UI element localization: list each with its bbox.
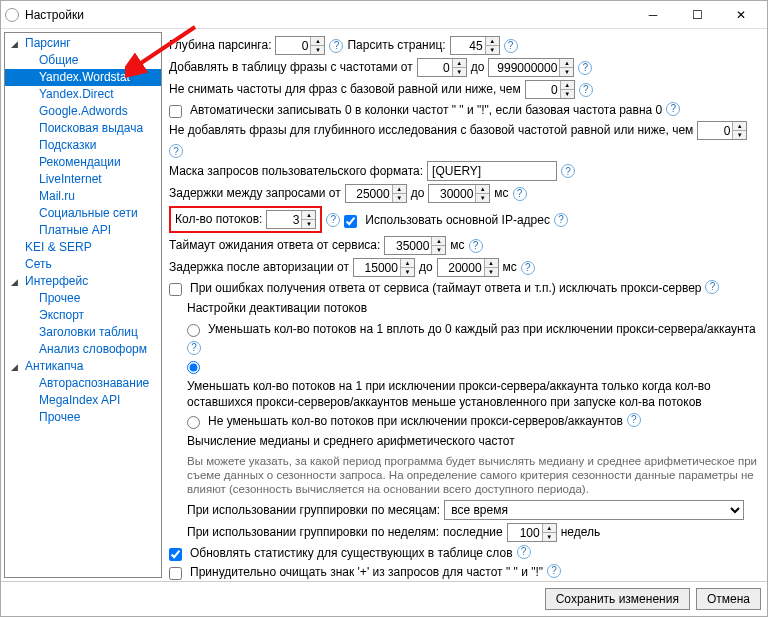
tree-item-label: Подсказки: [39, 138, 97, 152]
tree-item[interactable]: Сеть: [5, 256, 161, 273]
tree-item-label: MegaIndex API: [39, 393, 120, 407]
help-icon[interactable]: ?: [513, 187, 527, 201]
depth-input[interactable]: ▲▼: [275, 36, 325, 55]
after-auth-label: Задержка после авторизации от: [169, 258, 349, 277]
maximize-button[interactable]: ☐: [675, 1, 719, 29]
help-icon[interactable]: ?: [627, 413, 641, 427]
help-icon[interactable]: ?: [521, 261, 535, 275]
use-main-ip-checkbox[interactable]: [344, 215, 357, 228]
deact-radio-3[interactable]: [187, 416, 200, 429]
parse-pages-input[interactable]: ▲▼: [450, 36, 500, 55]
save-button[interactable]: Сохранить изменения: [545, 588, 690, 610]
settings-panel: Глубина парсинга: ▲▼ ? Парсить страниц: …: [165, 29, 767, 581]
median-hint: Вы можете указать, за какой период прогр…: [187, 454, 761, 496]
tree-item-label: Mail.ru: [39, 189, 75, 203]
tree-item-label: Анализ словоформ: [39, 342, 147, 356]
median-header: Вычисление медианы и среднего арифметиче…: [187, 432, 515, 451]
tree-item[interactable]: Социальные сети: [5, 205, 161, 222]
caret-icon: ◢: [11, 275, 18, 290]
cancel-button[interactable]: Отмена: [696, 588, 761, 610]
tree-item[interactable]: ◢Парсинг: [5, 35, 161, 52]
help-icon[interactable]: ?: [554, 213, 568, 227]
nav-tree[interactable]: ◢ПарсингОбщиеYandex.WordstatYandex.Direc…: [4, 32, 162, 578]
auto-zero-checkbox[interactable]: [169, 105, 182, 118]
delay-to-input[interactable]: ▲▼: [428, 184, 490, 203]
deact-radio-1[interactable]: [187, 324, 200, 337]
tree-item[interactable]: Подсказки: [5, 137, 161, 154]
app-icon: [5, 8, 19, 22]
tree-item[interactable]: Рекомендации: [5, 154, 161, 171]
tree-item[interactable]: Общие: [5, 52, 161, 69]
tree-item[interactable]: Поисковая выдача: [5, 120, 161, 137]
tree-item[interactable]: ◢Интерфейс: [5, 273, 161, 290]
tree-item-label: Интерфейс: [25, 274, 88, 288]
tree-item[interactable]: Yandex.Direct: [5, 86, 161, 103]
close-button[interactable]: ✕: [719, 1, 763, 29]
tree-item-label: Сеть: [25, 257, 52, 271]
tree-item-label: Поисковая выдача: [39, 121, 143, 135]
help-icon[interactable]: ?: [578, 61, 592, 75]
add-freq-to-input[interactable]: ▲▼: [488, 58, 574, 77]
deact-radio-2[interactable]: [187, 361, 200, 374]
tree-item-label: LiveInternet: [39, 172, 102, 186]
help-icon[interactable]: ?: [187, 341, 201, 355]
window-title: Настройки: [25, 8, 631, 22]
tree-item[interactable]: Автораспознавание: [5, 375, 161, 392]
tree-item[interactable]: Экспорт: [5, 307, 161, 324]
tree-item[interactable]: MegaIndex API: [5, 392, 161, 409]
tree-item[interactable]: Mail.ru: [5, 188, 161, 205]
weeks-input[interactable]: ▲▼: [507, 523, 557, 542]
help-icon[interactable]: ?: [517, 545, 531, 559]
timeout-label: Таймаут ожидания ответа от сервиса:: [169, 236, 380, 255]
help-icon[interactable]: ?: [705, 280, 719, 294]
delay-label: Задержки между запросами от: [169, 184, 341, 203]
tree-item[interactable]: ◢Антикапча: [5, 358, 161, 375]
help-icon[interactable]: ?: [579, 83, 593, 97]
tree-item[interactable]: LiveInternet: [5, 171, 161, 188]
tree-item-label: Социальные сети: [39, 206, 138, 220]
tree-item[interactable]: KEI & SERP: [5, 239, 161, 256]
help-icon[interactable]: ?: [329, 39, 343, 53]
threads-highlight: Кол-во потоков: ▲▼: [169, 206, 322, 233]
help-icon[interactable]: ?: [326, 213, 340, 227]
exclude-proxy-label: При ошибках получения ответа от сервиса …: [190, 280, 701, 296]
tree-item[interactable]: Google.Adwords: [5, 103, 161, 120]
delay-from-input[interactable]: ▲▼: [345, 184, 407, 203]
mask-input[interactable]: [427, 161, 557, 181]
add-freq-from-input[interactable]: ▲▼: [417, 58, 467, 77]
auth-from-input[interactable]: ▲▼: [353, 258, 415, 277]
tree-item-label: Экспорт: [39, 308, 84, 322]
help-icon[interactable]: ?: [169, 144, 183, 158]
add-freq-label: Добавлять в таблицу фразы с частотами от: [169, 58, 413, 77]
no-freq-base-input[interactable]: ▲▼: [525, 80, 575, 99]
threads-input[interactable]: ▲▼: [266, 210, 316, 229]
help-icon[interactable]: ?: [547, 564, 561, 578]
auto-zero-label: Автоматически записывать 0 в колонки час…: [190, 102, 662, 118]
update-stats-checkbox[interactable]: [169, 548, 182, 561]
tree-item-label: Yandex.Direct: [39, 87, 113, 101]
exclude-proxy-checkbox[interactable]: [169, 283, 182, 296]
no-deep-base-label: Не добавлять фразы для глубинного исслед…: [169, 121, 693, 140]
tree-item[interactable]: Прочее: [5, 290, 161, 307]
tree-item-label: Google.Adwords: [39, 104, 128, 118]
tree-item[interactable]: Прочее: [5, 409, 161, 426]
no-deep-base-input[interactable]: ▲▼: [697, 121, 747, 140]
help-icon[interactable]: ?: [666, 102, 680, 116]
tree-item[interactable]: Yandex.Wordstat: [5, 69, 161, 86]
timeout-input[interactable]: ▲▼: [384, 236, 446, 255]
tree-item[interactable]: Анализ словоформ: [5, 341, 161, 358]
minimize-button[interactable]: ─: [631, 1, 675, 29]
force-clear-checkbox[interactable]: [169, 567, 182, 580]
help-icon[interactable]: ?: [504, 39, 518, 53]
depth-label: Глубина парсинга:: [169, 36, 271, 55]
auth-to-input[interactable]: ▲▼: [437, 258, 499, 277]
threads-label: Кол-во потоков:: [175, 210, 262, 229]
tree-item[interactable]: Заголовки таблиц: [5, 324, 161, 341]
help-icon[interactable]: ?: [561, 164, 575, 178]
tree-item-label: Антикапча: [25, 359, 83, 373]
help-icon[interactable]: ?: [469, 239, 483, 253]
tree-item[interactable]: Платные API: [5, 222, 161, 239]
tree-item-label: Общие: [39, 53, 78, 67]
caret-icon: ◢: [11, 360, 18, 375]
month-select[interactable]: все время: [444, 500, 744, 520]
